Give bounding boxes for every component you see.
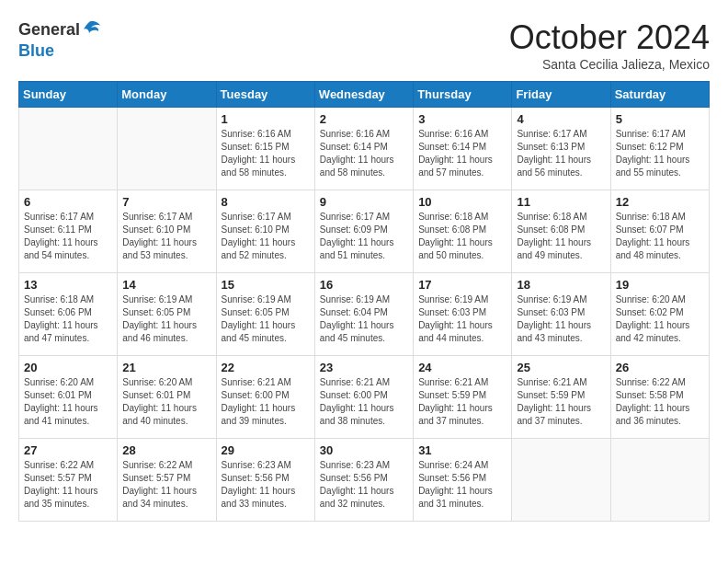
day-info: Sunrise: 6:21 AMSunset: 5:59 PMDaylight:… — [418, 376, 506, 428]
day-info: Sunrise: 6:22 AMSunset: 5:58 PMDaylight:… — [616, 376, 704, 428]
logo-general: General — [18, 21, 80, 40]
calendar-week-row: 27Sunrise: 6:22 AMSunset: 5:57 PMDayligh… — [19, 439, 710, 522]
day-info: Sunrise: 6:18 AMSunset: 6:08 PMDaylight:… — [517, 211, 605, 262]
calendar-cell: 16Sunrise: 6:19 AMSunset: 6:04 PMDayligh… — [314, 273, 413, 356]
day-info: Sunrise: 6:16 AMSunset: 6:14 PMDaylight:… — [320, 128, 408, 179]
col-header-sunday: Sunday — [19, 82, 118, 108]
day-info: Sunrise: 6:19 AMSunset: 6:05 PMDaylight:… — [122, 293, 210, 345]
col-header-friday: Friday — [512, 82, 610, 108]
page-header: General Blue October 2024 Santa Cecilia … — [18, 18, 710, 72]
day-info: Sunrise: 6:21 AMSunset: 6:00 PMDaylight:… — [320, 376, 408, 428]
day-number: 14 — [122, 278, 210, 292]
title-block: October 2024 Santa Cecilia Jalieza, Mexi… — [509, 18, 710, 72]
day-info: Sunrise: 6:20 AMSunset: 6:01 PMDaylight:… — [24, 376, 112, 428]
day-number: 25 — [517, 361, 605, 374]
day-number: 27 — [24, 443, 112, 457]
day-info: Sunrise: 6:17 AMSunset: 6:12 PMDaylight:… — [616, 128, 704, 179]
day-info: Sunrise: 6:17 AMSunset: 6:13 PMDaylight:… — [517, 128, 605, 179]
day-info: Sunrise: 6:18 AMSunset: 6:07 PMDaylight:… — [616, 211, 704, 262]
calendar-cell — [512, 439, 610, 522]
day-number: 13 — [24, 278, 112, 292]
day-number: 3 — [418, 112, 506, 126]
calendar-table: SundayMondayTuesdayWednesdayThursdayFrid… — [18, 81, 710, 522]
calendar-cell: 22Sunrise: 6:21 AMSunset: 6:00 PMDayligh… — [216, 356, 314, 439]
day-number: 15 — [222, 278, 310, 292]
day-info: Sunrise: 6:21 AMSunset: 6:00 PMDaylight:… — [222, 376, 310, 428]
location-subtitle: Santa Cecilia Jalieza, Mexico — [509, 57, 710, 72]
day-number: 22 — [222, 361, 310, 374]
day-number: 6 — [24, 195, 112, 209]
calendar-cell: 14Sunrise: 6:19 AMSunset: 6:05 PMDayligh… — [118, 273, 216, 356]
calendar-week-row: 13Sunrise: 6:18 AMSunset: 6:06 PMDayligh… — [19, 273, 710, 356]
day-info: Sunrise: 6:20 AMSunset: 6:02 PMDaylight:… — [616, 293, 704, 345]
col-header-monday: Monday — [118, 82, 216, 108]
col-header-wednesday: Wednesday — [314, 82, 413, 108]
calendar-cell: 13Sunrise: 6:18 AMSunset: 6:06 PMDayligh… — [19, 273, 118, 356]
day-number: 4 — [517, 112, 605, 126]
day-number: 29 — [222, 443, 310, 457]
col-header-saturday: Saturday — [610, 82, 709, 108]
day-info: Sunrise: 6:19 AMSunset: 6:03 PMDaylight:… — [517, 293, 605, 345]
day-number: 18 — [517, 278, 605, 292]
calendar-cell: 11Sunrise: 6:18 AMSunset: 6:08 PMDayligh… — [512, 190, 610, 273]
day-number: 12 — [616, 195, 704, 209]
day-info: Sunrise: 6:21 AMSunset: 5:59 PMDaylight:… — [517, 376, 605, 428]
day-info: Sunrise: 6:19 AMSunset: 6:04 PMDaylight:… — [320, 293, 408, 345]
day-info: Sunrise: 6:18 AMSunset: 6:08 PMDaylight:… — [418, 211, 506, 262]
calendar-cell: 4Sunrise: 6:17 AMSunset: 6:13 PMDaylight… — [512, 108, 610, 190]
day-number: 21 — [122, 361, 210, 374]
calendar-cell: 3Sunrise: 6:16 AMSunset: 6:14 PMDaylight… — [414, 108, 512, 190]
calendar-cell: 29Sunrise: 6:23 AMSunset: 5:56 PMDayligh… — [216, 439, 314, 522]
day-number: 20 — [24, 361, 112, 374]
day-number: 28 — [122, 443, 210, 457]
calendar-cell: 21Sunrise: 6:20 AMSunset: 6:01 PMDayligh… — [118, 356, 216, 439]
day-info: Sunrise: 6:23 AMSunset: 5:56 PMDaylight:… — [320, 459, 408, 511]
day-info: Sunrise: 6:17 AMSunset: 6:11 PMDaylight:… — [24, 211, 112, 262]
calendar-cell: 24Sunrise: 6:21 AMSunset: 5:59 PMDayligh… — [414, 356, 512, 439]
day-info: Sunrise: 6:23 AMSunset: 5:56 PMDaylight:… — [222, 459, 310, 511]
calendar-cell: 8Sunrise: 6:17 AMSunset: 6:10 PMDaylight… — [216, 190, 314, 273]
calendar-cell: 15Sunrise: 6:19 AMSunset: 6:05 PMDayligh… — [216, 273, 314, 356]
day-number: 19 — [616, 278, 704, 292]
day-info: Sunrise: 6:19 AMSunset: 6:05 PMDaylight:… — [222, 293, 310, 345]
day-info: Sunrise: 6:16 AMSunset: 6:14 PMDaylight:… — [418, 128, 506, 179]
calendar-cell: 31Sunrise: 6:24 AMSunset: 5:56 PMDayligh… — [414, 439, 512, 522]
calendar-cell: 27Sunrise: 6:22 AMSunset: 5:57 PMDayligh… — [19, 439, 118, 522]
calendar-cell: 28Sunrise: 6:22 AMSunset: 5:57 PMDayligh… — [118, 439, 216, 522]
col-header-thursday: Thursday — [414, 82, 512, 108]
day-info: Sunrise: 6:19 AMSunset: 6:03 PMDaylight:… — [418, 293, 506, 345]
calendar-header-row: SundayMondayTuesdayWednesdayThursdayFrid… — [19, 82, 710, 108]
day-info: Sunrise: 6:20 AMSunset: 6:01 PMDaylight:… — [122, 376, 210, 428]
logo: General Blue — [18, 18, 102, 60]
day-number: 1 — [222, 112, 310, 126]
calendar-week-row: 20Sunrise: 6:20 AMSunset: 6:01 PMDayligh… — [19, 356, 710, 439]
calendar-cell — [19, 108, 118, 190]
day-info: Sunrise: 6:24 AMSunset: 5:56 PMDaylight:… — [418, 459, 506, 511]
calendar-cell — [118, 108, 216, 190]
day-info: Sunrise: 6:17 AMSunset: 6:10 PMDaylight:… — [122, 211, 210, 262]
day-number: 16 — [320, 278, 408, 292]
calendar-cell: 10Sunrise: 6:18 AMSunset: 6:08 PMDayligh… — [414, 190, 512, 273]
calendar-week-row: 6Sunrise: 6:17 AMSunset: 6:11 PMDaylight… — [19, 190, 710, 273]
calendar-cell: 30Sunrise: 6:23 AMSunset: 5:56 PMDayligh… — [314, 439, 413, 522]
day-number: 24 — [418, 361, 506, 374]
day-info: Sunrise: 6:18 AMSunset: 6:06 PMDaylight:… — [24, 293, 112, 345]
day-number: 30 — [320, 443, 408, 457]
day-number: 8 — [222, 195, 310, 209]
day-number: 9 — [320, 195, 408, 209]
day-number: 31 — [418, 443, 506, 457]
calendar-cell: 5Sunrise: 6:17 AMSunset: 6:12 PMDaylight… — [610, 108, 709, 190]
day-number: 2 — [320, 112, 408, 126]
month-title: October 2024 — [509, 18, 710, 57]
calendar-cell: 19Sunrise: 6:20 AMSunset: 6:02 PMDayligh… — [610, 273, 709, 356]
calendar-week-row: 1Sunrise: 6:16 AMSunset: 6:15 PMDaylight… — [19, 108, 710, 190]
day-number: 17 — [418, 278, 506, 292]
day-info: Sunrise: 6:22 AMSunset: 5:57 PMDaylight:… — [24, 459, 112, 511]
calendar-cell: 20Sunrise: 6:20 AMSunset: 6:01 PMDayligh… — [19, 356, 118, 439]
day-info: Sunrise: 6:17 AMSunset: 6:10 PMDaylight:… — [222, 211, 310, 262]
day-info: Sunrise: 6:22 AMSunset: 5:57 PMDaylight:… — [122, 459, 210, 511]
day-number: 5 — [616, 112, 704, 126]
day-number: 10 — [418, 195, 506, 209]
calendar-cell: 1Sunrise: 6:16 AMSunset: 6:15 PMDaylight… — [216, 108, 314, 190]
calendar-cell: 18Sunrise: 6:19 AMSunset: 6:03 PMDayligh… — [512, 273, 610, 356]
